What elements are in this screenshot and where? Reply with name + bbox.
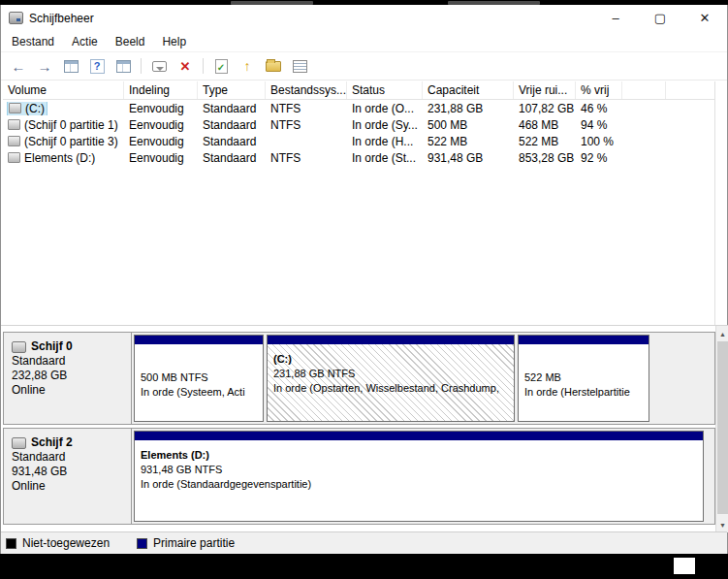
partition-elements-d[interactable]: Elements (D:) 931,48 GB NTFS In orde (St… [134,431,704,522]
cell-pct: 46 % [576,102,622,115]
partition-color-bar [519,336,649,344]
partition-title: Elements (D:) [141,448,699,463]
vertical-scrollbar[interactable]: ▲ ▼ [715,326,728,532]
cell-type: Standaard [198,102,266,115]
back-icon[interactable]: ← [10,57,27,75]
export-glyph: ↑ [244,58,251,74]
background-taskbar-strip [0,554,728,579]
selected-volume-highlight: (C:) [8,102,47,115]
window-controls: – ▢ ✕ [593,5,727,31]
cell-indeling: Eenvoudig [124,135,198,148]
cell-vrij: 522 MB [514,135,576,148]
cell-indeling: Eenvoudig [124,151,198,165]
volume-name: Elements (D:) [24,151,95,165]
forward-arrow-glyph: → [38,58,52,75]
menu-bestand[interactable]: Bestand [3,32,63,51]
volume-name: (C:) [25,102,45,115]
partition-status-line: In orde (Opstarten, Wisselbestand, Crash… [273,381,510,396]
disk-status: Online [12,383,125,398]
toolbar-separator [141,58,142,74]
partition-size-line: 931,48 GB NTFS [141,463,699,477]
cell-type: Standaard [198,118,266,132]
partition-system[interactable]: 500 MB NTFS In orde (Systeem, Acti [134,335,264,422]
column-header-indeling[interactable]: Indeling [124,81,198,99]
partition-c[interactable]: (C:) 231,88 GB NTFS In orde (Opstarten, … [267,335,515,422]
column-header-pct-vrij[interactable]: % vrij [576,81,622,99]
menu-actie[interactable]: Actie [63,32,107,51]
cell-vrij: 468 MB [514,118,576,132]
disk-row-schijf-0: Schijf 0 Standaard 232,88 GB Online 500 … [3,332,715,425]
disk-size: 931,48 GB [12,465,125,479]
toolbar-separator [203,58,204,74]
checklist-icon[interactable]: ✓ [212,57,230,75]
maximize-button[interactable]: ▢ [638,5,682,31]
cell-status: In orde (H... [347,135,423,148]
disk-info-schijf-2[interactable]: Schijf 2 Standaard 931,48 GB Online [4,429,132,524]
partition-size-line: 500 MB NTFS [141,370,259,385]
partition-recovery[interactable]: 522 MB In orde (Herstelpartitie [518,335,649,422]
legend-label: Primaire partitie [153,536,235,550]
column-header-bestandssysteem[interactable]: Bestandssys... [266,81,347,99]
app-icon [9,12,23,24]
cell-fs: NTFS [266,102,347,115]
disk-kind: Standaard [12,450,125,465]
cell-fs: NTFS [266,118,347,132]
delete-glyph: ✕ [180,59,191,74]
column-header-filler [666,81,714,99]
cell-indeling: Eenvoudig [124,118,198,132]
scrollbar-thumb[interactable] [717,341,728,514]
column-header-type[interactable]: Type [198,81,266,99]
scroll-up-icon[interactable]: ▲ [716,327,728,340]
partition-title: (C:) [273,352,510,367]
partition-status-line: In orde (Standaardgegevenspartitie) [141,477,699,492]
disk-name: Schijf 2 [31,435,73,450]
legend-item-primary: Primaire partitie [137,536,235,550]
menu-beeld[interactable]: Beeld [107,32,154,51]
disk-status: Online [12,479,125,494]
menu-help[interactable]: Help [153,32,195,51]
cell-vrij: 107,82 GB [514,102,576,115]
column-header-filler [622,81,666,99]
volume-name: (Schijf 0 partitie 3) [24,135,118,148]
table-row[interactable]: (Schijf 0 partitie 3) Eenvoudig Standaar… [3,133,714,149]
column-header-vrije-ruimte[interactable]: Vrije rui... [514,81,576,99]
toolbar: ← → ? ✕ ✓ ↑ [1,51,727,80]
table-row[interactable]: Elements (D:) Eenvoudig Standaard NTFS I… [3,149,714,166]
export-icon[interactable]: ↑ [238,57,256,75]
background-window-fragment [674,558,695,574]
column-header-status[interactable]: Status [347,81,423,99]
scroll-down-icon[interactable]: ▼ [716,518,728,531]
table-row[interactable]: (C:) Eenvoudig Standaard NTFS In orde (O… [3,100,714,116]
list-view-icon[interactable] [291,57,308,75]
partition-area: Elements (D:) 931,48 GB NTFS In orde (St… [132,429,714,524]
cell-capaciteit: 500 MB [423,118,514,132]
disk-graph-pane: Schijf 0 Standaard 232,88 GB Online 500 … [1,325,728,531]
disk-size: 232,88 GB [12,369,125,383]
minimize-button[interactable]: – [593,5,638,31]
console-tree-icon[interactable] [62,57,79,75]
partition-area: 500 MB NTFS In orde (Systeem, Acti (C:) … [132,333,714,424]
partition-status-line: In orde (Systeem, Acti [141,385,259,400]
forward-icon[interactable]: → [36,57,53,75]
cell-status: In orde (Sy... [347,118,423,132]
properties-icon[interactable] [150,57,168,75]
close-button[interactable]: ✕ [682,5,727,31]
column-header-volume[interactable]: Volume [3,81,124,99]
partition-color-bar [135,336,263,344]
menu-bar: Bestand Actie Beeld Help [1,31,727,51]
disk-management-window: Schijfbeheer – ▢ ✕ Bestand Actie Beeld H… [0,5,728,554]
cell-status: In orde (O... [347,102,423,115]
column-header-capaciteit[interactable]: Capaciteit [423,81,514,99]
title-bar: Schijfbeheer – ▢ ✕ [1,5,727,31]
details-view-icon[interactable] [114,57,132,75]
edit-folder-icon[interactable] [265,57,282,75]
cell-capaciteit: 931,48 GB [423,151,514,165]
unallocated-swatch [6,538,16,549]
delete-volume-icon[interactable]: ✕ [176,57,194,75]
table-row[interactable]: (Schijf 0 partitie 1) Eenvoudig Standaar… [3,116,714,133]
disk-info-schijf-0[interactable]: Schijf 0 Standaard 232,88 GB Online [4,333,132,424]
volume-list: Volume Indeling Type Bestandssys... Stat… [3,81,715,325]
legend-bar: Niet-toegewezen Primaire partitie [1,531,727,554]
legend-label: Niet-toegewezen [22,536,110,550]
help-icon[interactable]: ? [88,57,106,75]
